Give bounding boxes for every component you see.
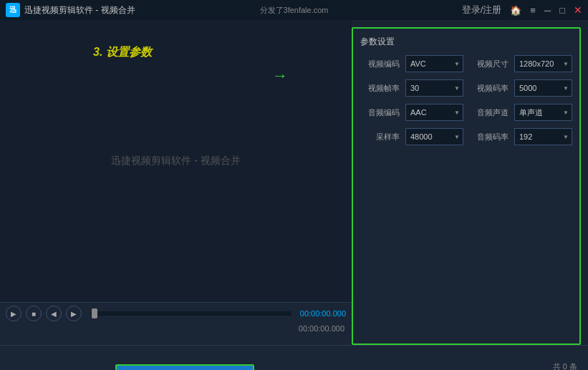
video-codec-wrap: AVC HEVC MPEG4 <box>405 55 463 72</box>
audio-channel-wrap: 单声道 立体声 <box>514 104 572 121</box>
time-current: 00:00:00.000 <box>300 309 346 318</box>
video-size-wrap: 1280x720 1920x1080 854x480 <box>514 55 572 72</box>
sample-rate-wrap: 48000 44100 22050 <box>405 128 463 145</box>
timeline: ▶ ■ ◀ ▶ 00:00:00.000 00:00:00.000 <box>0 302 352 345</box>
audio-bitrate-select[interactable]: 192 128 256 <box>514 128 572 145</box>
close-icon[interactable]: ✕ <box>574 4 582 16</box>
video-area: 迅捷视频剪辑软件 - 视频合并 ▶ ■ ◀ ▶ 00:00:00.000 00:… <box>0 20 352 345</box>
settings-row-3: 音频编码 AAC MP3 音频声道 单声道 立体声 <box>360 104 572 121</box>
video-codec-select[interactable]: AVC HEVC MPEG4 <box>405 55 463 72</box>
list-count: 共 0 条 <box>553 361 577 371</box>
settings-row-1: 视频编码 AVC HEVC MPEG4 视频尺寸 1280x720 1920x1… <box>360 55 572 72</box>
main-content: 3. 设置参数 → 迅捷视频剪辑软件 - 视频合并 ▶ ■ ◀ ▶ 00:00:… <box>0 20 588 345</box>
video-bitrate-label: 视频码率 <box>469 83 509 94</box>
settings-row-4: 采样率 48000 44100 22050 音频码率 192 128 256 <box>360 128 572 145</box>
settings-title: 参数设置 <box>360 36 572 48</box>
titlebar: 迅 迅捷视频剪辑软件 - 视频合并 分发了3fenfale.com 登录/注册 … <box>0 0 588 20</box>
bottom-area: 2. 导入视频 → 点击添加 或 直接拖入视频 共 0 条 清空列表 <box>0 345 588 370</box>
step3-label: 3. 设置参数 <box>93 45 152 60</box>
logo-text: 迅 <box>9 5 16 15</box>
maximize-icon[interactable]: □ <box>559 5 565 16</box>
timeline-bar[interactable] <box>90 311 291 316</box>
video-codec-label: 视频编码 <box>360 59 400 69</box>
video-fps-wrap: 30 24 60 25 <box>405 79 463 97</box>
video-bitrate-wrap: 5000 3000 8000 <box>514 79 572 97</box>
video-preview: 迅捷视频剪辑软件 - 视频合并 <box>0 20 352 302</box>
audio-bitrate-label: 音频码率 <box>469 132 509 142</box>
add-video-button[interactable]: 点击添加 或 直接拖入视频 <box>115 364 254 371</box>
watermark: 分发了3fenfale.com <box>260 5 329 16</box>
time-total: 00:00:00.000 <box>299 324 344 333</box>
arrow-to-add: → <box>84 368 101 371</box>
app-logo: 迅 <box>6 3 20 17</box>
audio-bitrate-wrap: 192 128 256 <box>514 128 572 145</box>
settings-row-2: 视频帧率 30 24 60 25 视频码率 5000 3000 8000 <box>360 79 572 97</box>
video-bitrate-select[interactable]: 5000 3000 8000 <box>514 79 572 97</box>
login-button[interactable]: 登录/注册 <box>462 4 502 16</box>
audio-channel-label: 音频声道 <box>469 107 509 118</box>
app-title: 迅捷视频剪辑软件 - 视频合并 <box>24 4 135 16</box>
timeline-times: 00:00:00.000 <box>300 309 346 318</box>
video-fps-label: 视频帧率 <box>360 83 400 94</box>
timeline-controls: ▶ ■ ◀ ▶ 00:00:00.000 <box>6 306 346 321</box>
next-frame-button[interactable]: ▶ <box>66 306 82 321</box>
audio-codec-select[interactable]: AAC MP3 <box>405 104 463 121</box>
video-fps-select[interactable]: 30 24 60 25 <box>405 79 463 97</box>
audio-codec-wrap: AAC MP3 <box>405 104 463 121</box>
video-size-label: 视频尺寸 <box>469 59 509 69</box>
settings-panel: 参数设置 视频编码 AVC HEVC MPEG4 视频尺寸 1280x720 1… <box>352 27 581 345</box>
titlebar-controls: 登录/注册 🏠 ≡ ─ □ ✕ <box>462 4 582 16</box>
timeline-thumb[interactable] <box>92 308 97 318</box>
stop-button[interactable]: ■ <box>26 306 42 321</box>
sample-rate-label: 采样率 <box>360 132 400 142</box>
video-preview-text: 迅捷视频剪辑软件 - 视频合并 <box>111 155 240 167</box>
play-button[interactable]: ▶ <box>6 306 21 321</box>
video-size-select[interactable]: 1280x720 1920x1080 854x480 <box>514 55 572 72</box>
menu-icon[interactable]: ≡ <box>530 5 536 16</box>
sample-rate-select[interactable]: 48000 44100 22050 <box>405 128 463 145</box>
minimize-icon[interactable]: ─ <box>544 5 551 16</box>
home-icon[interactable]: 🏠 <box>510 5 521 16</box>
list-info: 共 0 条 清空列表 <box>530 361 577 371</box>
audio-codec-label: 音频编码 <box>360 107 400 118</box>
arrow-to-settings: → <box>272 67 288 85</box>
audio-channel-select[interactable]: 单声道 立体声 <box>514 104 572 121</box>
prev-frame-button[interactable]: ◀ <box>46 306 62 321</box>
